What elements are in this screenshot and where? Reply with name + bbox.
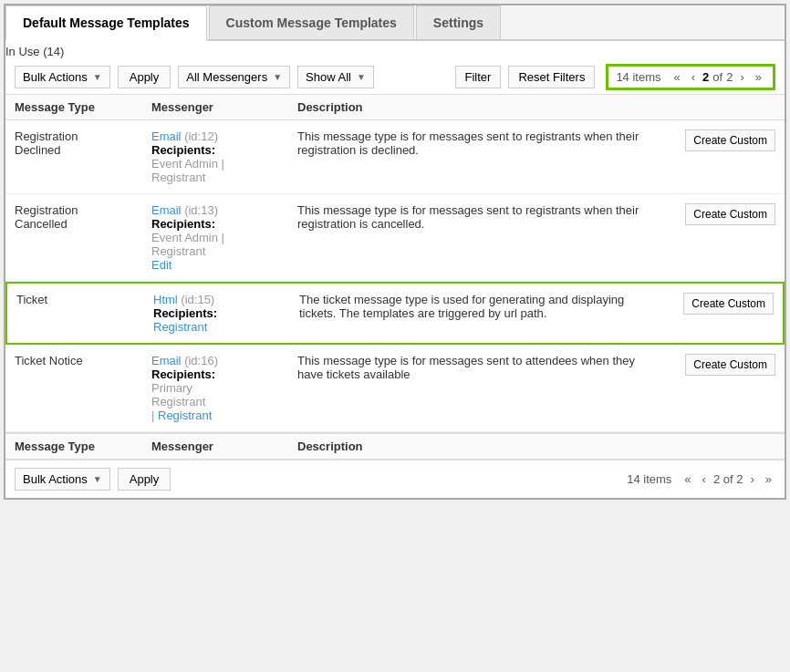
bottom-apply-button[interactable]: Apply xyxy=(118,468,172,491)
col-header-messenger-2: Messenger xyxy=(151,439,297,453)
messenger-registration-cancelled: Email (id:13) Recipients: Event Admin |R… xyxy=(151,203,297,272)
message-type-registration-declined: RegistrationDeclined xyxy=(15,129,151,157)
first-page-button[interactable]: « xyxy=(670,69,684,85)
create-custom-button-3[interactable]: Create Custom xyxy=(683,293,774,315)
col-header-description: Description xyxy=(297,100,666,114)
tabs-bar: Default Message Templates Custom Message… xyxy=(5,5,785,41)
in-use-label: In Use (14) xyxy=(5,41,785,60)
bottom-last-page-button[interactable]: » xyxy=(762,471,775,487)
last-page-button[interactable]: » xyxy=(752,69,765,85)
col-header-message-type: Message Type xyxy=(15,100,151,114)
next-page-button[interactable]: › xyxy=(736,69,747,85)
create-custom-button-4[interactable]: Create Custom xyxy=(685,354,775,376)
bottom-toolbar: Bulk Actions ▼ Apply 14 items « ‹ 2 of 2… xyxy=(5,460,785,498)
message-type-registration-cancelled: RegistrationCancelled xyxy=(15,203,151,231)
description-registration-cancelled: This message type is for messages sent t… xyxy=(297,203,666,231)
description-registration-declined: This message type is for messages sent t… xyxy=(297,129,666,157)
messenger-email-link-2[interactable]: Email xyxy=(151,203,182,217)
messenger-ticket-notice: Email (id:16) Recipients: PrimaryRegistr… xyxy=(151,354,297,422)
messenger-registration-declined: Email (id:12) Recipients: Event Admin |R… xyxy=(151,129,297,184)
column-headers: Message Type Messenger Description xyxy=(5,94,785,120)
prev-page-button[interactable]: ‹ xyxy=(688,69,699,85)
apply-button[interactable]: Apply xyxy=(118,66,172,88)
bottom-next-page-button[interactable]: › xyxy=(746,471,757,487)
messenger-html-link[interactable]: Html xyxy=(153,293,178,306)
registrant-link-2[interactable]: Registrant xyxy=(158,408,212,422)
table-row: RegistrationDeclined Email (id:12) Recip… xyxy=(5,120,785,194)
pagination-box: 14 items « ‹ 2 of 2 › » xyxy=(606,64,775,90)
action-registration-declined: Create Custom xyxy=(666,129,775,151)
column-headers-bottom: Message Type Messenger Description xyxy=(5,432,785,460)
action-ticket: Create Custom xyxy=(664,293,774,315)
messenger-ticket: Html (id:15) Recipients: Registrant xyxy=(153,293,299,334)
table-row: RegistrationCancelled Email (id:13) Reci… xyxy=(5,194,785,282)
action-ticket-notice: Create Custom xyxy=(666,354,775,376)
show-all-select[interactable]: Show All ▼ xyxy=(297,66,374,88)
col-header-description-2: Description xyxy=(297,439,666,453)
messengers-arrow-icon: ▼ xyxy=(273,72,282,82)
table-row: Ticket Html (id:15) Recipients: Registra… xyxy=(5,282,785,345)
message-type-ticket-notice: Ticket Notice xyxy=(15,354,151,367)
col-header-message-type-2: Message Type xyxy=(15,439,151,453)
registrant-link[interactable]: Registrant xyxy=(153,320,207,334)
tab-custom-message-templates[interactable]: Custom Message Templates xyxy=(209,5,414,39)
bottom-bulk-actions-select[interactable]: Bulk Actions ▼ xyxy=(15,468,110,491)
message-type-ticket: Ticket xyxy=(16,293,153,306)
bottom-first-page-button[interactable]: « xyxy=(681,471,694,487)
description-ticket-notice: This message type is for messages sent t… xyxy=(297,354,666,381)
filter-button[interactable]: Filter xyxy=(455,66,502,88)
bulk-actions-select[interactable]: Bulk Actions ▼ xyxy=(15,66,110,88)
messenger-email-link-3[interactable]: Email xyxy=(151,354,182,367)
bottom-bulk-actions-arrow-icon: ▼ xyxy=(93,474,102,484)
description-ticket: The ticket message type is used for gene… xyxy=(299,293,664,320)
table-row: Ticket Notice Email (id:16) Recipients: … xyxy=(5,345,785,432)
col-header-messenger: Messenger xyxy=(151,100,297,114)
edit-link[interactable]: Edit xyxy=(151,258,172,272)
messenger-email-link[interactable]: Email xyxy=(151,129,182,143)
show-all-arrow-icon: ▼ xyxy=(357,72,366,82)
bulk-actions-arrow-icon: ▼ xyxy=(93,72,102,82)
create-custom-button[interactable]: Create Custom xyxy=(685,129,775,151)
bottom-prev-page-button[interactable]: ‹ xyxy=(699,471,710,487)
tab-settings[interactable]: Settings xyxy=(416,5,501,39)
bottom-pagination: 14 items « ‹ 2 of 2 › » xyxy=(627,471,775,487)
all-messengers-select[interactable]: All Messengers ▼ xyxy=(178,66,290,88)
action-registration-cancelled: Create Custom xyxy=(666,203,775,225)
reset-filters-button[interactable]: Reset Filters xyxy=(508,66,595,88)
create-custom-button-2[interactable]: Create Custom xyxy=(685,203,775,225)
tab-default-message-templates[interactable]: Default Message Templates xyxy=(5,5,207,41)
